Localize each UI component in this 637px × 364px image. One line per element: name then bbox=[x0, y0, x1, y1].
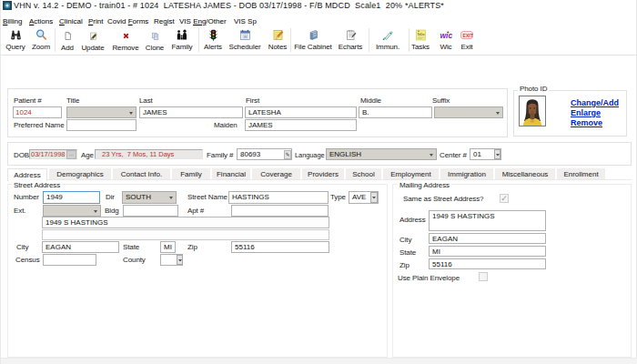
svg-text:EXIT: EXIT bbox=[463, 33, 473, 38]
svg-text:wic: wic bbox=[440, 31, 452, 40]
svg-text:ToDo: ToDo bbox=[417, 33, 424, 36]
